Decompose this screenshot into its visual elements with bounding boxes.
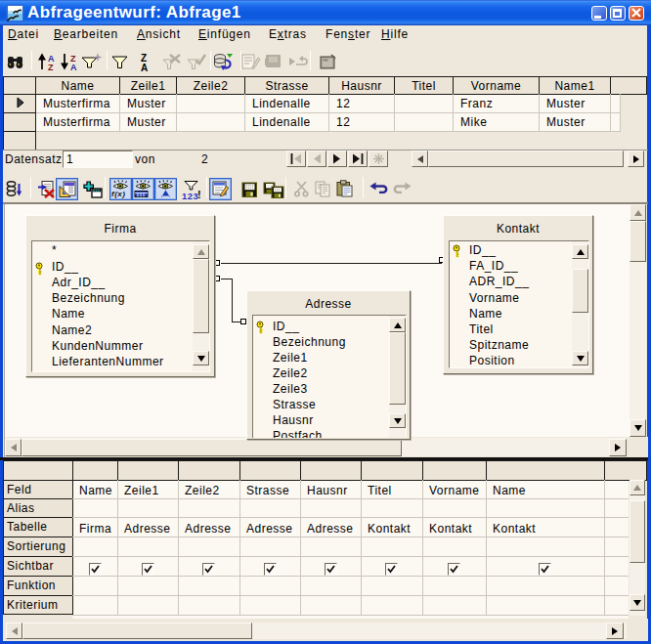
svg-text:A: A (70, 63, 77, 71)
svg-text:!: ! (197, 189, 201, 200)
svg-text:Z: Z (48, 63, 54, 71)
svg-text:A: A (141, 63, 149, 72)
svg-text:f(x): f(x) (111, 190, 125, 198)
svg-text:123: 123 (182, 191, 198, 201)
